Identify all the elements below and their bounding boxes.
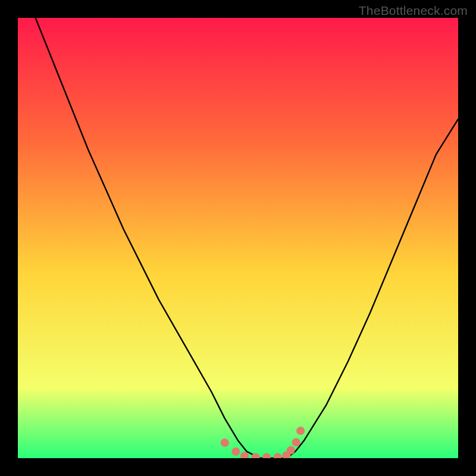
marker-dot <box>296 427 305 435</box>
marker-dot <box>287 446 295 455</box>
watermark-label: TheBottleneck.com <box>359 4 468 18</box>
marker-dot <box>221 439 229 447</box>
gradient-background <box>18 18 458 458</box>
plot-area <box>18 18 458 458</box>
marker-dot <box>292 438 300 446</box>
chart-svg <box>18 18 458 458</box>
chart-frame: TheBottleneck.com <box>0 0 476 476</box>
marker-dot <box>231 447 240 456</box>
